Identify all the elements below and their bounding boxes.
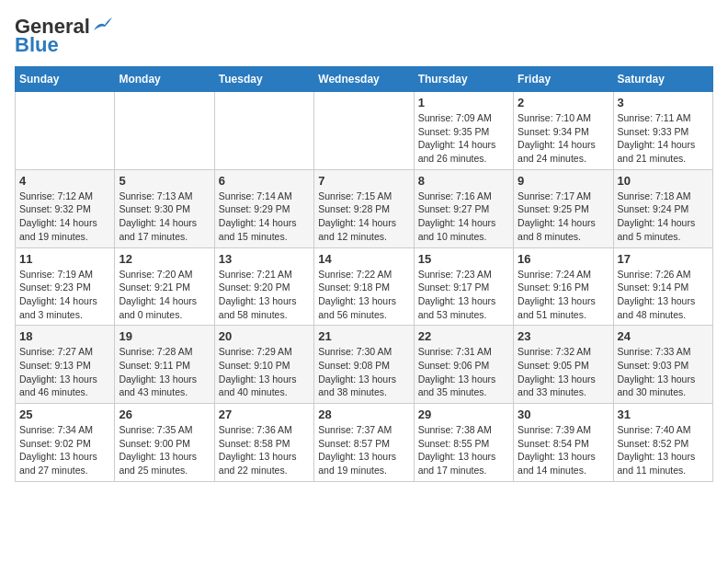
- day-number: 24: [618, 329, 709, 343]
- day-number: 16: [518, 252, 609, 266]
- logo: General Blue: [15, 15, 112, 57]
- calendar-cell: 24Sunrise: 7:33 AM Sunset: 9:03 PM Dayli…: [613, 326, 712, 404]
- day-number: 8: [418, 174, 509, 188]
- calendar-week-row: 1Sunrise: 7:09 AM Sunset: 9:35 PM Daylig…: [16, 92, 713, 170]
- calendar-table: SundayMondayTuesdayWednesdayThursdayFrid…: [15, 66, 713, 482]
- calendar-cell: 9Sunrise: 7:17 AM Sunset: 9:25 PM Daylig…: [514, 169, 613, 247]
- day-number: 7: [318, 174, 409, 188]
- day-number: 31: [618, 408, 709, 421]
- day-info: Sunrise: 7:18 AM Sunset: 9:24 PM Dayligh…: [618, 190, 709, 244]
- calendar-cell: 27Sunrise: 7:36 AM Sunset: 8:58 PM Dayli…: [214, 404, 313, 482]
- day-info: Sunrise: 7:15 AM Sunset: 9:28 PM Dayligh…: [318, 190, 409, 244]
- day-info: Sunrise: 7:33 AM Sunset: 9:03 PM Dayligh…: [618, 345, 709, 399]
- calendar-week-row: 4Sunrise: 7:12 AM Sunset: 9:32 PM Daylig…: [16, 169, 713, 247]
- day-info: Sunrise: 7:39 AM Sunset: 8:54 PM Dayligh…: [518, 423, 609, 477]
- day-info: Sunrise: 7:30 AM Sunset: 9:08 PM Dayligh…: [318, 345, 409, 399]
- calendar-cell: 18Sunrise: 7:27 AM Sunset: 9:13 PM Dayli…: [16, 326, 115, 404]
- calendar-cell: 26Sunrise: 7:35 AM Sunset: 9:00 PM Dayli…: [115, 404, 214, 482]
- day-number: 6: [219, 174, 310, 188]
- day-info: Sunrise: 7:10 AM Sunset: 9:34 PM Dayligh…: [518, 111, 609, 166]
- calendar-cell: 13Sunrise: 7:21 AM Sunset: 9:20 PM Dayli…: [214, 247, 313, 326]
- calendar-cell: 29Sunrise: 7:38 AM Sunset: 8:55 PM Dayli…: [414, 404, 513, 482]
- calendar-header-row: SundayMondayTuesdayWednesdayThursdayFrid…: [16, 67, 713, 92]
- day-number: 15: [418, 252, 509, 266]
- day-number: 2: [518, 96, 609, 109]
- calendar-cell: 20Sunrise: 7:29 AM Sunset: 9:10 PM Dayli…: [214, 326, 313, 404]
- day-info: Sunrise: 7:24 AM Sunset: 9:16 PM Dayligh…: [518, 268, 609, 322]
- calendar-day-header: Wednesday: [314, 67, 414, 92]
- day-number: 29: [418, 408, 509, 421]
- calendar-cell: 31Sunrise: 7:40 AM Sunset: 8:52 PM Dayli…: [613, 404, 712, 482]
- calendar-cell: 22Sunrise: 7:31 AM Sunset: 9:06 PM Dayli…: [414, 326, 513, 404]
- day-number: 20: [219, 329, 310, 343]
- calendar-week-row: 18Sunrise: 7:27 AM Sunset: 9:13 PM Dayli…: [16, 326, 713, 404]
- day-info: Sunrise: 7:14 AM Sunset: 9:29 PM Dayligh…: [219, 190, 310, 244]
- calendar-day-header: Saturday: [613, 67, 712, 92]
- calendar-cell: [16, 92, 115, 170]
- calendar-cell: 8Sunrise: 7:16 AM Sunset: 9:27 PM Daylig…: [414, 169, 513, 247]
- day-info: Sunrise: 7:13 AM Sunset: 9:30 PM Dayligh…: [119, 190, 210, 244]
- calendar-cell: 17Sunrise: 7:26 AM Sunset: 9:14 PM Dayli…: [613, 247, 712, 326]
- day-number: 18: [19, 329, 110, 343]
- calendar-cell: 11Sunrise: 7:19 AM Sunset: 9:23 PM Dayli…: [16, 247, 115, 326]
- day-info: Sunrise: 7:16 AM Sunset: 9:27 PM Dayligh…: [418, 190, 509, 244]
- page-header: General Blue: [15, 15, 713, 57]
- day-info: Sunrise: 7:27 AM Sunset: 9:13 PM Dayligh…: [19, 345, 110, 399]
- calendar-day-header: Thursday: [414, 67, 513, 92]
- day-info: Sunrise: 7:20 AM Sunset: 9:21 PM Dayligh…: [119, 268, 210, 322]
- day-info: Sunrise: 7:35 AM Sunset: 9:00 PM Dayligh…: [119, 423, 210, 477]
- day-info: Sunrise: 7:22 AM Sunset: 9:18 PM Dayligh…: [318, 268, 409, 322]
- day-number: 14: [318, 252, 409, 266]
- calendar-cell: 23Sunrise: 7:32 AM Sunset: 9:05 PM Dayli…: [514, 326, 613, 404]
- day-number: 21: [318, 329, 409, 343]
- calendar-cell: 10Sunrise: 7:18 AM Sunset: 9:24 PM Dayli…: [613, 169, 712, 247]
- day-info: Sunrise: 7:28 AM Sunset: 9:11 PM Dayligh…: [119, 345, 210, 399]
- day-info: Sunrise: 7:09 AM Sunset: 9:35 PM Dayligh…: [418, 111, 509, 166]
- day-info: Sunrise: 7:34 AM Sunset: 9:02 PM Dayligh…: [19, 423, 110, 477]
- day-number: 25: [19, 408, 110, 421]
- calendar-cell: 14Sunrise: 7:22 AM Sunset: 9:18 PM Dayli…: [314, 247, 414, 326]
- calendar-cell: 15Sunrise: 7:23 AM Sunset: 9:17 PM Dayli…: [414, 247, 513, 326]
- day-number: 17: [618, 252, 709, 266]
- day-number: 12: [119, 252, 210, 266]
- day-info: Sunrise: 7:11 AM Sunset: 9:33 PM Dayligh…: [618, 111, 709, 166]
- day-number: 23: [518, 329, 609, 343]
- calendar-cell: [314, 92, 414, 170]
- logo-bird-icon: [92, 17, 112, 32]
- day-number: 19: [119, 329, 210, 343]
- day-info: Sunrise: 7:19 AM Sunset: 9:23 PM Dayligh…: [19, 268, 110, 322]
- day-info: Sunrise: 7:32 AM Sunset: 9:05 PM Dayligh…: [518, 345, 609, 399]
- day-info: Sunrise: 7:29 AM Sunset: 9:10 PM Dayligh…: [219, 345, 310, 399]
- calendar-cell: 2Sunrise: 7:10 AM Sunset: 9:34 PM Daylig…: [514, 92, 613, 170]
- day-info: Sunrise: 7:31 AM Sunset: 9:06 PM Dayligh…: [418, 345, 509, 399]
- day-info: Sunrise: 7:38 AM Sunset: 8:55 PM Dayligh…: [418, 423, 509, 477]
- calendar-cell: 5Sunrise: 7:13 AM Sunset: 9:30 PM Daylig…: [115, 169, 214, 247]
- calendar-cell: 4Sunrise: 7:12 AM Sunset: 9:32 PM Daylig…: [16, 169, 115, 247]
- day-info: Sunrise: 7:23 AM Sunset: 9:17 PM Dayligh…: [418, 268, 509, 322]
- logo-blue: Blue: [15, 33, 59, 57]
- day-info: Sunrise: 7:12 AM Sunset: 9:32 PM Dayligh…: [19, 190, 110, 244]
- day-number: 1: [418, 96, 509, 109]
- calendar-cell: 19Sunrise: 7:28 AM Sunset: 9:11 PM Dayli…: [115, 326, 214, 404]
- calendar-cell: [214, 92, 313, 170]
- day-number: 3: [618, 96, 709, 109]
- day-number: 9: [518, 174, 609, 188]
- day-number: 11: [19, 252, 110, 266]
- day-number: 4: [19, 174, 110, 188]
- calendar-cell: 1Sunrise: 7:09 AM Sunset: 9:35 PM Daylig…: [414, 92, 513, 170]
- day-info: Sunrise: 7:36 AM Sunset: 8:58 PM Dayligh…: [219, 423, 310, 477]
- day-number: 22: [418, 329, 509, 343]
- calendar-cell: 6Sunrise: 7:14 AM Sunset: 9:29 PM Daylig…: [214, 169, 313, 247]
- calendar-cell: 30Sunrise: 7:39 AM Sunset: 8:54 PM Dayli…: [514, 404, 613, 482]
- calendar-cell: 25Sunrise: 7:34 AM Sunset: 9:02 PM Dayli…: [16, 404, 115, 482]
- calendar-cell: [115, 92, 214, 170]
- day-number: 13: [219, 252, 310, 266]
- calendar-day-header: Friday: [514, 67, 613, 92]
- day-number: 10: [618, 174, 709, 188]
- day-number: 30: [518, 408, 609, 421]
- calendar-week-row: 25Sunrise: 7:34 AM Sunset: 9:02 PM Dayli…: [16, 404, 713, 482]
- calendar-day-header: Tuesday: [214, 67, 313, 92]
- day-number: 5: [119, 174, 210, 188]
- calendar-cell: 28Sunrise: 7:37 AM Sunset: 8:57 PM Dayli…: [314, 404, 414, 482]
- day-number: 27: [219, 408, 310, 421]
